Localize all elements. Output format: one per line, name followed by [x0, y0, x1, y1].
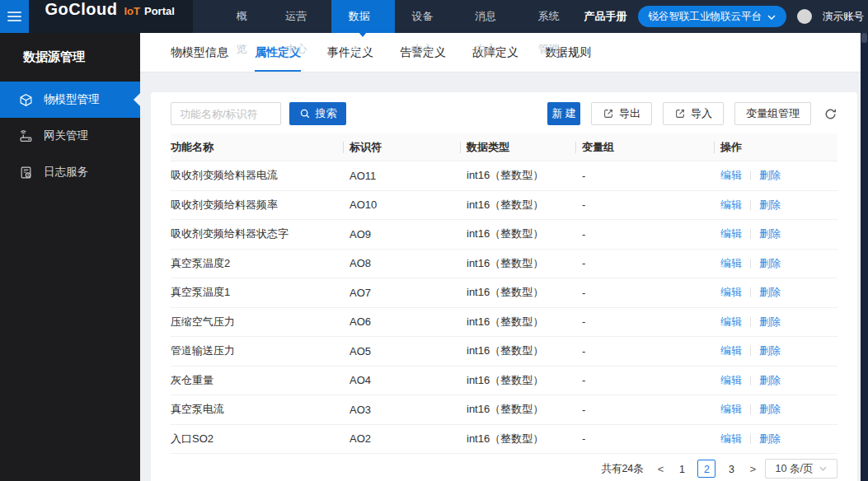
refresh-icon[interactable]: [823, 106, 838, 121]
avatar[interactable]: [797, 9, 812, 24]
hamburger-menu-icon[interactable]: [0, 0, 29, 33]
top-nav-item[interactable]: 设备中心: [401, 0, 453, 33]
top-nav-item[interactable]: 概览: [225, 0, 262, 33]
new-button[interactable]: 新 建: [547, 102, 580, 125]
cell-identifier: AO2: [343, 432, 460, 445]
table-row: 吸收剂变频给料器电流AO11int16（整数型）-编辑删除: [171, 161, 838, 191]
edit-link[interactable]: 编辑: [720, 198, 742, 212]
cell-datatype: int16（整数型）: [460, 226, 575, 241]
edit-link[interactable]: 编辑: [720, 315, 742, 329]
export-button-label: 导出: [619, 106, 640, 121]
prev-page-icon[interactable]: <: [655, 463, 667, 475]
delete-link[interactable]: 删除: [759, 256, 781, 271]
delete-link[interactable]: 删除: [759, 402, 781, 417]
delete-link[interactable]: 删除: [759, 315, 781, 329]
scrollbar-track[interactable]: [861, 33, 868, 481]
cube-icon: [18, 92, 33, 107]
cell-name: 入口SO2: [171, 432, 343, 446]
properties-table: 功能名称 标识符 数据类型 变量组 操作 吸收剂变频给料器电流AO11int16…: [171, 133, 838, 454]
page-number[interactable]: 1: [673, 460, 691, 478]
table-row: 真空泵温度2AO8int16（整数型）-编辑删除: [171, 250, 838, 279]
delete-link[interactable]: 删除: [759, 432, 781, 446]
delete-link[interactable]: 删除: [759, 343, 781, 358]
platform-selector[interactable]: 锐谷智联工业物联云平台: [638, 6, 787, 27]
cell-name: 吸收剂变频给料器状态字: [171, 226, 343, 241]
tab-bar: 物模型信息属性定义事件定义告警定义故障定义数据规则: [140, 33, 861, 72]
cell-datatype: int16（整数型）: [460, 315, 575, 329]
cell-group: -: [575, 345, 714, 357]
link-divider: [750, 229, 751, 239]
import-button[interactable]: 导入: [663, 102, 724, 125]
search-button[interactable]: 搜索: [289, 102, 346, 125]
page-number[interactable]: 3: [722, 460, 740, 478]
cell-group: -: [575, 228, 714, 240]
delete-link[interactable]: 删除: [759, 285, 781, 300]
cell-operations: 编辑删除: [714, 432, 838, 446]
table-body: 吸收剂变频给料器电流AO11int16（整数型）-编辑删除吸收剂变频给料器频率A…: [171, 161, 838, 454]
gateway-icon: [18, 128, 33, 143]
page-size-select[interactable]: 10 条/页: [765, 459, 838, 479]
edit-link[interactable]: 编辑: [720, 168, 742, 183]
search-input[interactable]: [171, 102, 281, 125]
cell-datatype: int16（整数型）: [460, 168, 575, 183]
logo-gocloud: GoCloud: [45, 0, 118, 19]
link-divider: [750, 346, 751, 356]
sidebar-menu: 物模型管理网关管理日志服务: [0, 82, 140, 190]
cell-operations: 编辑删除: [714, 373, 838, 388]
variable-group-button[interactable]: 变量组管理: [734, 102, 811, 125]
top-nav-item[interactable]: 运营中心: [274, 0, 326, 33]
account-name[interactable]: 演示账号: [823, 10, 864, 24]
cell-identifier: AO3: [343, 404, 460, 416]
page-number[interactable]: 2: [697, 460, 716, 478]
delete-link[interactable]: 删除: [759, 198, 781, 212]
next-page-icon[interactable]: >: [747, 463, 758, 475]
cell-name: 吸收剂变频给料器电流: [171, 168, 343, 183]
cell-group: -: [575, 287, 714, 299]
pagination-total: 共有24条: [601, 462, 643, 476]
edit-link[interactable]: 编辑: [720, 226, 742, 241]
edit-link[interactable]: 编辑: [720, 343, 742, 358]
cell-identifier: AO4: [343, 374, 460, 386]
table-row: 管道输送压力AO5int16（整数型）-编辑删除: [171, 337, 838, 367]
export-button[interactable]: 导出: [591, 102, 652, 125]
tab[interactable]: 物模型信息: [171, 33, 228, 72]
edit-link[interactable]: 编辑: [720, 402, 742, 417]
delete-link[interactable]: 删除: [759, 226, 781, 241]
delete-link[interactable]: 删除: [759, 373, 781, 388]
edit-link[interactable]: 编辑: [720, 432, 742, 446]
top-nav-item[interactable]: 系统管理: [527, 0, 579, 33]
cell-identifier: AO11: [343, 170, 460, 182]
column-header-name: 功能名称: [171, 140, 343, 155]
edit-link[interactable]: 编辑: [720, 256, 742, 271]
main-area: 搜索 新 建 导出 导入 变量组管理 功能名称: [140, 72, 861, 481]
page-size-label: 10 条/页: [776, 462, 814, 476]
cell-name: 吸收剂变频给料器频率: [171, 198, 343, 212]
cell-operations: 编辑删除: [714, 168, 838, 183]
cell-operations: 编辑删除: [714, 256, 838, 271]
cell-group: -: [575, 315, 714, 328]
sidebar-item[interactable]: 网关管理: [0, 118, 140, 154]
sidebar-item[interactable]: 物模型管理: [0, 82, 140, 118]
edit-link[interactable]: 编辑: [720, 373, 742, 388]
table-header: 功能名称 标识符 数据类型 变量组 操作: [171, 133, 838, 161]
cell-name: 管道输送压力: [171, 343, 343, 358]
product-manual-link[interactable]: 产品手册: [584, 9, 627, 24]
top-nav-item[interactable]: 消息中心: [463, 0, 515, 33]
scrollbar-thumb[interactable]: [861, 33, 867, 43]
log-icon: [18, 165, 33, 180]
link-divider: [750, 404, 751, 414]
cell-operations: 编辑删除: [714, 226, 838, 241]
cell-operations: 编辑删除: [714, 315, 838, 329]
delete-link[interactable]: 删除: [759, 168, 781, 183]
cell-name: 真空泵温度2: [171, 256, 343, 271]
top-nav: 概览运营中心数据模型设备中心消息中心系统管理: [219, 0, 584, 33]
sidebar-item[interactable]: 日志服务: [0, 154, 140, 190]
link-divider: [750, 376, 751, 385]
sidebar: 数据源管理 物模型管理网关管理日志服务: [0, 33, 140, 481]
table-row: 灰仓重量AO4int16（整数型）-编辑删除: [171, 367, 838, 396]
top-nav-item[interactable]: 数据模型: [331, 0, 395, 33]
column-header-id: 标识符: [343, 140, 460, 155]
column-header-ops: 操作: [714, 140, 838, 155]
edit-link[interactable]: 编辑: [720, 285, 742, 300]
search-icon: [299, 108, 311, 119]
